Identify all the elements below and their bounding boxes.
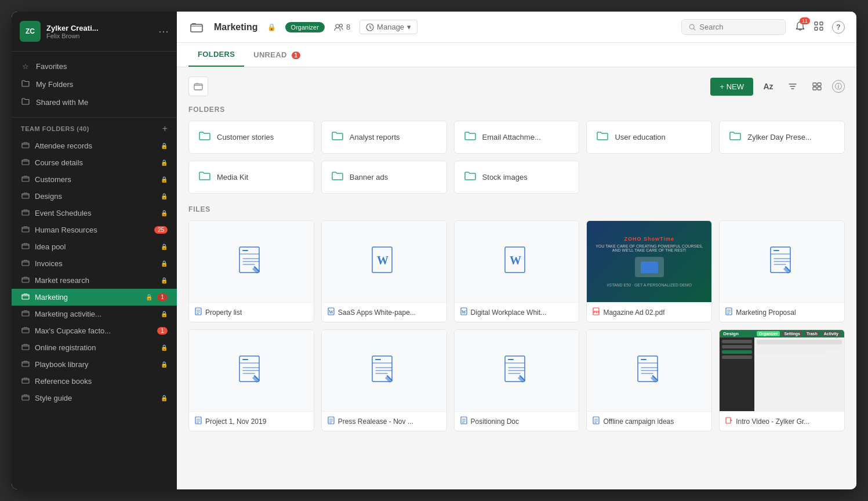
sidebar-item-marketing[interactable]: Marketing 🔒 1: [12, 289, 177, 306]
doc-icon: [370, 355, 398, 386]
folders-section-title: FOLDERS: [188, 106, 845, 114]
svg-rect-4: [22, 210, 29, 215]
manage-button[interactable]: Manage ▾: [359, 20, 417, 34]
file-name: Press Realease - Nov ...: [338, 418, 413, 426]
folder-grid-icon: [21, 310, 30, 318]
sidebar-more-button[interactable]: ⋯: [158, 25, 169, 38]
sidebar-item-idea[interactable]: Idea pool 🔒: [12, 238, 177, 255]
sidebar-item-customers[interactable]: Customers 🔒: [12, 171, 177, 188]
apps-button[interactable]: [813, 21, 824, 34]
file-card-magazine[interactable]: ZOHO ShowTime YOU TAKE CARE OF CREATING …: [586, 220, 712, 322]
folder-grid-icon: [21, 158, 30, 167]
folder-card-name: Customer stories: [217, 133, 274, 141]
add-folder-button[interactable]: +: [162, 124, 168, 134]
sidebar-item-shared[interactable]: Shared with Me: [12, 93, 177, 111]
lock-icon: 🔒: [161, 193, 168, 199]
folder-card-name: Analyst reports: [350, 133, 400, 141]
new-button[interactable]: + NEW: [710, 78, 753, 96]
notifications-button[interactable]: 11: [795, 21, 805, 34]
folder-card-zylker-day[interactable]: Zylker Day Prese...: [719, 121, 845, 154]
folder-card-user-education[interactable]: User education: [586, 121, 712, 154]
doc-icon: [503, 355, 531, 386]
folder-card-customer-stories[interactable]: Customer stories: [188, 121, 314, 154]
file-card-marketing-proposal[interactable]: Marketing Proposal: [719, 220, 845, 322]
info-button[interactable]: ⓘ: [832, 80, 845, 93]
sidebar-item-event[interactable]: Event Schedules 🔒: [12, 205, 177, 222]
sidebar-item-maxs[interactable]: Max's Cupcake facto... 1: [12, 322, 177, 339]
folder-grid-icon: [21, 192, 30, 201]
svg-rect-14: [22, 379, 29, 383]
folder-card-analyst-reports[interactable]: Analyst reports: [321, 121, 447, 154]
filter-button[interactable]: [783, 77, 802, 96]
folder-view-button[interactable]: [188, 77, 208, 96]
folder-card-name: Email Attachme...: [482, 133, 541, 141]
sort-button[interactable]: Az: [759, 77, 778, 96]
sidebar-item-style-label: Style guide: [35, 394, 156, 402]
folder-card-email[interactable]: Email Attachme...: [454, 121, 580, 154]
sidebar-item-market[interactable]: Market research 🔒: [12, 272, 177, 289]
sidebar-item-reference[interactable]: Reference books: [12, 373, 177, 390]
file-info: PDF Magazine Ad 02.pdf: [587, 302, 711, 322]
file-info: W Digital Workplace Whit...: [455, 302, 579, 322]
svg-rect-27: [818, 83, 821, 86]
sidebar-item-invoices-label: Invoices: [35, 259, 156, 268]
view-toggle-button[interactable]: [808, 77, 826, 96]
folder-card-stock-images[interactable]: Stock images: [454, 161, 580, 194]
file-card-offline-campaign[interactable]: Offline campaign ideas: [586, 329, 712, 431]
file-card-property-list[interactable]: Property list: [188, 220, 314, 322]
sidebar-item-designs[interactable]: Designs 🔒: [12, 188, 177, 205]
sidebar-item-my-folders[interactable]: My Folders: [12, 75, 177, 93]
sidebar-item-invoices[interactable]: Invoices 🔒: [12, 255, 177, 272]
sidebar-item-event-label: Event Schedules: [35, 209, 156, 217]
svg-rect-24: [820, 27, 823, 30]
tab-unread[interactable]: UNREAD 1: [244, 43, 310, 66]
sidebar-item-attendee[interactable]: Attendee records 🔒: [12, 137, 177, 154]
file-card-positioning[interactable]: Positioning Doc: [454, 329, 580, 431]
tab-folders[interactable]: FOLDERS: [188, 43, 244, 67]
svg-rect-52: [726, 418, 731, 423]
sidebar-item-playbook[interactable]: Playbook library 🔒: [12, 356, 177, 373]
notifications-badge: 11: [800, 17, 810, 24]
files-grid: Property list W W SaaS Apps White-pape..…: [188, 220, 845, 431]
svg-rect-8: [22, 278, 29, 282]
svg-rect-23: [815, 27, 818, 30]
sidebar-item-reference-label: Reference books: [35, 377, 168, 386]
svg-rect-28: [813, 87, 816, 90]
sidebar-item-marketing-act[interactable]: Marketing activitie... 🔒: [12, 306, 177, 322]
file-card-digital[interactable]: W W Digital Workplace Whit...: [454, 220, 580, 322]
search-input[interactable]: [699, 23, 778, 31]
sidebar-item-hr[interactable]: Human Resources 25: [12, 222, 177, 238]
search-box[interactable]: [681, 19, 786, 35]
file-name: Offline campaign ideas: [603, 418, 674, 426]
help-button[interactable]: ?: [832, 21, 845, 34]
file-preview: ZOHO ShowTime YOU TAKE CARE OF CREATING …: [587, 221, 711, 302]
sidebar-item-style[interactable]: Style guide 🔒: [12, 390, 177, 406]
svg-rect-22: [820, 22, 823, 25]
file-type-icon: [460, 416, 467, 426]
star-icon: ☆: [21, 62, 30, 71]
shared-folder-icon: [21, 98, 30, 107]
file-card-project1[interactable]: Project 1, Nov 2019: [188, 329, 314, 431]
file-card-press-release[interactable]: Press Realease - Nov ...: [321, 329, 447, 431]
header-lock-icon: 🔒: [267, 23, 276, 31]
svg-rect-2: [22, 177, 29, 181]
sidebar-item-online[interactable]: Online registration 🔒: [12, 339, 177, 356]
sidebar-item-favorites[interactable]: ☆ Favorites: [12, 57, 177, 75]
folder-card-media-kit[interactable]: Media Kit: [188, 161, 314, 194]
folder-card-name: Banner ads: [350, 173, 388, 181]
lock-icon: 🔒: [161, 344, 168, 351]
manage-label: Manage: [377, 23, 404, 31]
manage-chevron-icon: ▾: [407, 23, 411, 31]
sidebar-item-course[interactable]: Course details 🔒: [12, 154, 177, 171]
video-icon: [725, 416, 732, 426]
folder-card-banner-ads[interactable]: Banner ads: [321, 161, 447, 194]
file-card-intro-video[interactable]: Design Organizer Settings Trash Activity: [719, 329, 845, 431]
org-name: Zylker Creati...: [46, 24, 145, 32]
file-preview: W: [455, 221, 579, 302]
file-card-saas[interactable]: W W SaaS Apps White-pape...: [321, 220, 447, 322]
folder-card-name: User education: [615, 133, 665, 141]
hr-badge: 25: [154, 226, 168, 234]
sidebar-item-attendee-label: Attendee records: [35, 141, 156, 150]
file-type-icon: W: [460, 307, 467, 317]
header-title: Marketing: [214, 22, 258, 32]
